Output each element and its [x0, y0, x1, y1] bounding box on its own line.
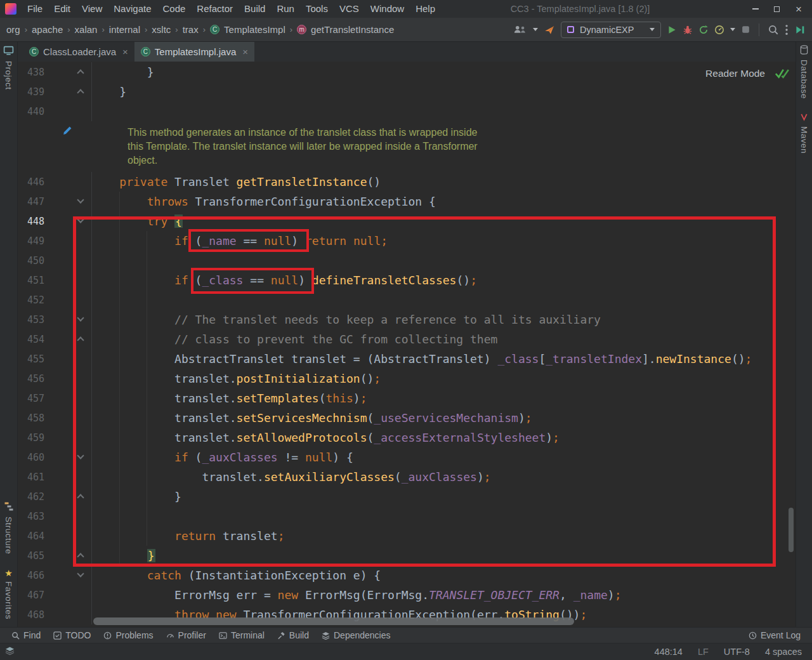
vertical-scrollbar-thumb[interactable]: [789, 508, 794, 552]
tab-TemplatesImpl.java[interactable]: CTemplatesImpl.java×: [134, 42, 254, 62]
code-line-464[interactable]: 464 return translet;: [18, 526, 796, 546]
menu-edit[interactable]: Edit: [48, 0, 76, 18]
profiler-icon[interactable]: [714, 22, 724, 37]
toolwindow-button-dependencies[interactable]: Dependencies: [315, 628, 397, 643]
menu-help[interactable]: Help: [410, 0, 441, 18]
fold-marker[interactable]: [77, 314, 84, 321]
maximize-button[interactable]: [766, 0, 788, 18]
code-line-449[interactable]: 449 if (_name == null) return null;: [18, 231, 796, 251]
code-line-466[interactable]: 466 catch (InstantiationException e) {: [18, 565, 796, 585]
breadcrumb-item[interactable]: apache: [32, 24, 63, 35]
menu-navigate[interactable]: Navigate: [108, 0, 157, 18]
collaboration-users-icon[interactable]: [513, 22, 527, 37]
rocket-icon[interactable]: [544, 22, 555, 37]
menu-file[interactable]: File: [22, 0, 48, 18]
fold-marker[interactable]: [77, 69, 84, 76]
stop-icon[interactable]: [741, 22, 750, 37]
indent-setting[interactable]: 4 spaces: [765, 647, 802, 657]
more-options-icon[interactable]: [785, 22, 789, 37]
chevron-down-icon[interactable]: [533, 28, 538, 31]
breadcrumb-item[interactable]: org: [6, 24, 20, 35]
toolwindow-button-maven[interactable]: Maven: [799, 113, 809, 154]
code-line-456[interactable]: 456 translet.postInitialization();: [18, 369, 796, 388]
code-line-460[interactable]: 460 if (_auxClasses != null) {: [18, 447, 796, 467]
toolwindow-button-problems[interactable]: Problems: [97, 628, 159, 643]
code-line-446[interactable]: 446 private Translet getTransletInstance…: [18, 172, 796, 192]
menu-tools[interactable]: Tools: [300, 0, 334, 18]
breadcrumb-item[interactable]: internal: [109, 24, 140, 35]
breadcrumb-item[interactable]: xalan: [75, 24, 98, 35]
fold-marker[interactable]: [77, 196, 84, 203]
menu-run[interactable]: Run: [271, 0, 300, 18]
code-line-463[interactable]: 463: [18, 506, 796, 526]
menu-vcs[interactable]: VCS: [334, 0, 365, 18]
editor[interactable]: 438 }439 }440This method generates an in…: [18, 62, 796, 627]
fold-marker[interactable]: [77, 452, 84, 459]
breadcrumb-item[interactable]: getTransletInstance: [311, 24, 394, 35]
caret-position[interactable]: 448:14: [655, 647, 683, 657]
close-icon[interactable]: ×: [122, 46, 128, 57]
code-line-461[interactable]: 461 translet.setAuxiliaryClasses(_auxCla…: [18, 467, 796, 487]
coverage-icon[interactable]: [698, 22, 709, 37]
code-line-452[interactable]: 452: [18, 290, 796, 310]
fold-marker[interactable]: [77, 336, 84, 343]
toolwindow-button-todo[interactable]: TODO: [47, 628, 97, 643]
code-line-453[interactable]: 453 // The translet needs to keep a refe…: [18, 310, 796, 329]
toolwindow-button-structure[interactable]: Structure: [4, 501, 14, 554]
file-encoding[interactable]: UTF-8: [724, 647, 750, 657]
search-icon[interactable]: [768, 22, 779, 37]
menu-code[interactable]: Code: [157, 0, 191, 18]
fold-marker[interactable]: [77, 89, 84, 96]
code-line-454[interactable]: 454 // class to prevent the GC from coll…: [18, 329, 796, 349]
edit-comment-icon[interactable]: [62, 125, 73, 136]
toolwindow-button-label: Profiler: [178, 630, 206, 640]
run-configuration-select[interactable]: DynamicEXP: [561, 22, 661, 38]
code-line-438[interactable]: 438 }: [18, 62, 796, 82]
toolwindow-button-terminal[interactable]: Terminal: [213, 628, 271, 643]
toolwindow-button-build[interactable]: Build: [271, 628, 315, 643]
inspections-ok-icon[interactable]: [775, 67, 790, 79]
code-line-457[interactable]: 457 translet.setTemplates(this);: [18, 388, 796, 408]
menu-refactor[interactable]: Refactor: [191, 0, 239, 18]
menu-view[interactable]: View: [76, 0, 108, 18]
toolwindow-button-favorites[interactable]: ★ Favorites: [4, 568, 13, 619]
close-icon[interactable]: ×: [242, 46, 248, 57]
code-line-465[interactable]: 465 }: [18, 546, 796, 565]
code-line-458[interactable]: 458 translet.setServicesMechnism(_useSer…: [18, 408, 796, 428]
fold-marker[interactable]: [77, 494, 84, 501]
code-line-439[interactable]: 439 }: [18, 82, 796, 102]
close-button[interactable]: ×: [788, 0, 809, 18]
code-line-451[interactable]: 451 if (_class == null) defineTransletCl…: [18, 270, 796, 290]
menu-build[interactable]: Build: [239, 0, 271, 18]
chevron-down-icon[interactable]: [730, 28, 735, 31]
fold-marker[interactable]: [77, 570, 84, 577]
breadcrumb-item[interactable]: TemplatesImpl: [224, 24, 285, 35]
code-line-459[interactable]: 459 translet.setAllowedProtocols(_access…: [18, 428, 796, 447]
code-line-440[interactable]: 440: [18, 102, 796, 121]
toolwindow-button-event-log[interactable]: Event Log: [742, 630, 807, 640]
fold-marker[interactable]: [77, 216, 84, 223]
code-line-448[interactable]: 448 try {: [18, 211, 796, 231]
plugin-icon[interactable]: [794, 22, 806, 37]
tab-ClassLoader.java[interactable]: CClassLoader.java×: [23, 42, 134, 62]
code-line-455[interactable]: 455 AbstractTranslet translet = (Abstrac…: [18, 349, 796, 369]
code-line-467[interactable]: 467 ErrorMsg err = new ErrorMsg(ErrorMsg…: [18, 585, 796, 605]
toolwindow-button-database[interactable]: Database: [799, 45, 809, 99]
code-line-450[interactable]: 450: [18, 251, 796, 270]
breadcrumb-item[interactable]: xsltc: [152, 24, 171, 35]
code-line-462[interactable]: 462 }: [18, 487, 796, 506]
run-icon[interactable]: [667, 22, 677, 37]
layers-icon[interactable]: [5, 646, 15, 657]
reader-mode-link[interactable]: Reader Mode: [705, 68, 765, 79]
toolwindow-button-project[interactable]: Project: [3, 45, 14, 90]
minimize-button[interactable]: [745, 0, 766, 18]
toolwindow-button-profiler[interactable]: Profiler: [160, 628, 213, 643]
debug-icon[interactable]: [683, 22, 693, 37]
line-separator[interactable]: LF: [698, 647, 709, 657]
breadcrumb-item[interactable]: trax: [183, 24, 199, 35]
code-line-447[interactable]: 447 throws TransformerConfigurationExcep…: [18, 192, 796, 211]
horizontal-scrollbar-thumb[interactable]: [93, 617, 574, 625]
fold-marker[interactable]: [77, 553, 84, 560]
toolwindow-button-find[interactable]: Find: [5, 628, 47, 643]
menu-window[interactable]: Window: [365, 0, 410, 18]
